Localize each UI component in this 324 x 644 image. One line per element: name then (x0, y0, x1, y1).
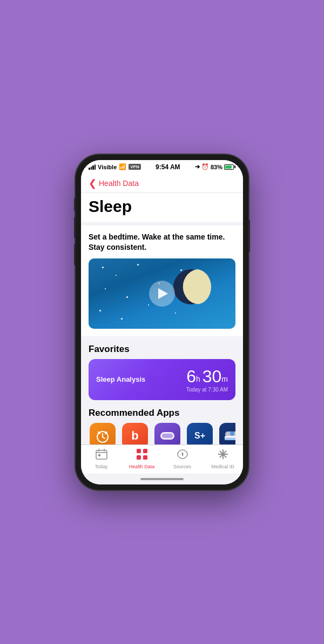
bed-icon (224, 428, 235, 443)
recommended-apps-section: Recommended Apps (81, 400, 243, 444)
battery-icon (224, 164, 235, 170)
app-icon-splus: S+ (187, 423, 213, 444)
phone-screen: Visible 📶 VPN 9:54 AM ➔ ⏰ 83% (81, 160, 243, 484)
tab-today[interactable]: Today (81, 448, 122, 469)
back-chevron-icon: ❮ (89, 177, 97, 189)
sleep-sub-time: Today at 7:30 AM (186, 387, 228, 393)
play-button[interactable] (149, 281, 175, 307)
volume-down-button (74, 244, 76, 265)
screen-content: ❮ Health Data Sleep Set a bedtime. Wake … (81, 173, 243, 484)
carrier-label: Visible (98, 164, 117, 170)
battery-fill (225, 165, 232, 169)
favorites-heading: Favorites (81, 336, 243, 359)
star-2 (116, 275, 117, 276)
page-title: Sleep (89, 197, 235, 216)
alarm-clock-icon (95, 428, 110, 443)
video-section (81, 258, 243, 336)
nav-back[interactable]: ❮ Health Data (81, 173, 243, 193)
sleep-card-label: Sleep Analysis (96, 375, 145, 383)
sources-icon (177, 448, 188, 463)
svg-rect-18 (137, 455, 141, 460)
app-splus[interactable]: S+ S+ by (186, 423, 214, 444)
pillow-icon (159, 430, 176, 442)
vpn-badge: VPN (129, 164, 140, 170)
back-label[interactable]: Health Data (99, 179, 139, 188)
signal-icon (89, 164, 96, 170)
tab-medical-id-label: Medical ID (211, 464, 234, 469)
tab-medical-id[interactable]: Medical ID (202, 448, 243, 469)
phone-frame: Visible 📶 VPN 9:54 AM ➔ ⏰ 83% (76, 155, 248, 490)
apps-row: Sleep Cycle: b Reddit (for (89, 423, 235, 444)
app-icon-sleeptracker (219, 423, 235, 444)
sleep-unit-m: m (221, 375, 228, 383)
star-10 (175, 313, 176, 314)
status-left: Visible 📶 VPN (89, 163, 141, 170)
svg-rect-15 (98, 454, 100, 456)
status-bar: Visible 📶 VPN 9:54 AM ➔ ⏰ 83% (81, 160, 243, 173)
medical-id-icon (217, 448, 229, 463)
description-text: Set a bedtime. Wake at the same time. St… (89, 232, 235, 253)
app-icon-reddit: b (122, 423, 148, 444)
svg-rect-19 (143, 455, 147, 460)
app-reddit[interactable]: b Reddit (for (121, 423, 149, 444)
svg-rect-17 (143, 449, 147, 453)
page-title-section: Sleep (81, 193, 243, 222)
star-8 (148, 304, 149, 306)
mute-button (74, 198, 76, 211)
alarm-icon: ⏰ (201, 163, 209, 170)
svg-rect-6 (162, 434, 173, 438)
star-9 (99, 310, 101, 311)
svg-rect-16 (137, 449, 141, 453)
today-icon (96, 448, 107, 463)
tab-today-label: Today (94, 464, 107, 469)
app-sleep-cycle[interactable]: Sleep Cycle: (89, 423, 117, 444)
star-1 (102, 267, 104, 268)
home-bar (140, 478, 184, 480)
app-sleeptracker[interactable]: Sleeptrack... (218, 423, 235, 444)
video-thumbnail[interactable] (89, 258, 235, 329)
sleep-time-main: 6 h 30 m (186, 367, 228, 387)
apps-row-container: Sleep Cycle: b Reddit (for (81, 423, 243, 444)
tab-health-data-label: Health Data (129, 464, 155, 469)
battery-nub (234, 165, 235, 168)
wifi-icon: 📶 (119, 163, 126, 170)
svg-line-2 (103, 437, 105, 439)
star-11 (121, 318, 123, 320)
volume-up-button (74, 217, 76, 238)
tab-sources[interactable]: Sources (162, 448, 202, 469)
time-display: 9:54 AM (156, 163, 180, 171)
tab-bar: Today Health Data (81, 444, 243, 474)
home-indicator (81, 474, 243, 484)
splus-icon: S+ (194, 431, 205, 441)
power-button (248, 220, 250, 252)
star-7 (126, 296, 128, 298)
app-pillow[interactable]: Pillow (153, 423, 181, 444)
sleep-analysis-card[interactable]: Sleep Analysis 6 h 30 m Today at 7:30 AM (89, 359, 235, 400)
recommended-apps-heading: Recommended Apps (81, 400, 243, 423)
moon-icon (173, 269, 208, 304)
description-section: Set a bedtime. Wake at the same time. St… (81, 225, 243, 258)
app-icon-pillow (154, 423, 180, 444)
sleep-time-display: 6 h 30 m Today at 7:30 AM (186, 367, 228, 393)
scroll-area[interactable]: ❮ Health Data Sleep Set a bedtime. Wake … (81, 173, 243, 444)
status-right: ➔ ⏰ 83% (195, 163, 235, 170)
tab-health-data[interactable]: Health Data (122, 448, 162, 469)
location-icon: ➔ (195, 163, 200, 170)
health-data-icon (136, 448, 148, 463)
tab-sources-label: Sources (173, 464, 191, 469)
svg-rect-8 (225, 438, 235, 440)
battery-percent: 83% (211, 164, 222, 170)
app-icon-sleep-cycle (90, 423, 116, 444)
svg-rect-11 (96, 450, 107, 459)
sleep-hours: 6 (186, 367, 196, 387)
sleep-unit-h: h (196, 375, 200, 383)
svg-point-10 (230, 431, 234, 436)
play-triangle-icon (158, 288, 168, 299)
star-6 (105, 288, 106, 289)
sleep-minutes: 30 (202, 367, 222, 387)
reddit-b-icon: b (131, 429, 138, 443)
star-3 (137, 264, 139, 265)
